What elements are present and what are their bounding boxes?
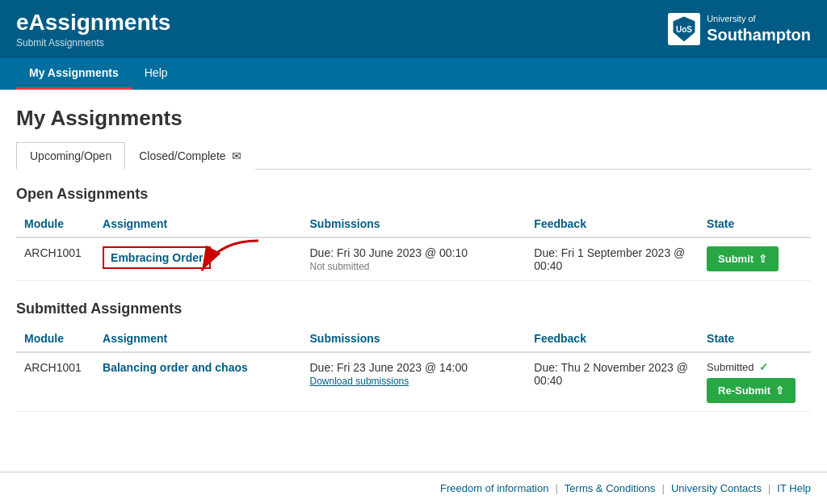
tab-closed-complete[interactable]: Closed/Complete ✉ (125, 142, 255, 170)
open-col-state: State (699, 211, 811, 237)
open-col-module: Module (16, 211, 94, 237)
open-row-submissions: Due: Fri 30 June 2023 @ 00:10 Not submit… (302, 237, 527, 281)
submitted-assignments-table: Module Assignment Submissions Feedback S… (16, 326, 811, 412)
university-logo: UoS University of Southampton (668, 13, 811, 45)
university-shield-icon: UoS (668, 13, 700, 45)
submitted-label: Submitted (707, 361, 754, 373)
sub-col-feedback: Feedback (526, 326, 699, 352)
upload-icon: ⇧ (758, 253, 767, 265)
submitted-assignments-title: Submitted Assignments (16, 300, 811, 317)
open-col-feedback: Feedback (526, 211, 699, 237)
open-assignments-table-wrapper: Module Assignment Submissions Feedback S… (16, 211, 811, 281)
sub-col-module: Module (16, 326, 94, 352)
submitted-assignments-section: Submitted Assignments Module Assignment … (16, 300, 811, 412)
open-row-assignment: Embracing Order (94, 237, 301, 281)
tabs-bar: Upcoming/Open Closed/Complete ✉ (16, 142, 811, 170)
upload-icon: ⇧ (775, 384, 784, 397)
app-header: eAssignments Submit Assignments UoS Univ… (0, 0, 827, 58)
submitted-status-row: Submitted ✓ (707, 361, 803, 373)
footer-freedom-information[interactable]: Freedom of information (440, 482, 548, 494)
main-content: My Assignments Upcoming/Open Closed/Comp… (0, 90, 827, 472)
open-row-feedback: Due: Fri 1 September 2023 @ 00:40 (526, 237, 699, 281)
sub-col-state: State (699, 326, 811, 352)
open-table-header-row: Module Assignment Submissions Feedback S… (16, 211, 811, 237)
nav-my-assignments[interactable]: My Assignments (16, 58, 132, 90)
assignment-link[interactable]: Embracing Order (111, 251, 203, 264)
sub-col-submissions: Submissions (302, 326, 527, 352)
sub-row-feedback: Due: Thu 2 November 2023 @ 00:40 (526, 352, 699, 412)
main-nav: My Assignments Help (0, 58, 827, 90)
university-name-block: University of Southampton (707, 13, 811, 45)
sub-submission-due-date: Due: Fri 23 June 2023 @ 14:00 (310, 361, 518, 374)
email-icon: ✉ (232, 149, 241, 162)
submitted-assignment-link[interactable]: Balancing order and chaos (103, 361, 248, 374)
page-footer: Freedom of information | Terms & Conditi… (0, 472, 827, 504)
sub-row-module: ARCH1001 (16, 352, 94, 412)
footer-terms-conditions[interactable]: Terms & Conditions (565, 482, 656, 494)
tab-upcoming-open[interactable]: Upcoming/Open (16, 142, 125, 170)
open-assignments-section: Open Assignments Module Assignment Submi… (16, 186, 811, 281)
university-name-label: Southampton (707, 26, 811, 44)
table-row: ARCH1001 Balancing order and chaos Due: … (16, 352, 811, 412)
app-title: eAssignments (16, 10, 170, 36)
sub-row-submissions: Due: Fri 23 June 2023 @ 14:00 Download s… (302, 352, 527, 412)
open-assignments-table: Module Assignment Submissions Feedback S… (16, 211, 811, 281)
submit-button[interactable]: Submit ⇧ (707, 246, 779, 271)
submitted-table-header-row: Module Assignment Submissions Feedback S… (16, 326, 811, 352)
open-col-submissions: Submissions (302, 211, 527, 237)
download-submissions-link[interactable]: Download submissions (310, 376, 518, 387)
open-assignments-title: Open Assignments (16, 186, 811, 203)
svg-text:UoS: UoS (676, 25, 692, 34)
sub-col-assignment: Assignment (94, 326, 301, 352)
resubmit-button[interactable]: Re-Submit ⇧ (707, 378, 796, 403)
check-icon: ✓ (759, 361, 768, 373)
sub-row-assignment: Balancing order and chaos (94, 352, 301, 412)
submission-status: Not submitted (310, 261, 518, 272)
sub-row-state: Submitted ✓ Re-Submit ⇧ (699, 352, 811, 412)
footer-university-contacts[interactable]: University Contacts (671, 482, 762, 494)
nav-help[interactable]: Help (132, 58, 181, 90)
header-left: eAssignments Submit Assignments (16, 10, 170, 48)
open-col-assignment: Assignment (94, 211, 301, 237)
page-title: My Assignments (16, 106, 811, 131)
open-row-module: ARCH1001 (16, 237, 94, 281)
submission-due-date: Due: Fri 30 June 2023 @ 00:10 (310, 246, 518, 259)
university-of-label: University of (707, 13, 811, 24)
table-row: ARCH1001 Embracing Order Due: Fri 30 Jun… (16, 237, 811, 281)
footer-it-help[interactable]: IT Help (777, 482, 811, 494)
open-row-state: Submit ⇧ (699, 237, 811, 281)
assignment-link-highlighted[interactable]: Embracing Order (103, 246, 211, 269)
app-subtitle: Submit Assignments (16, 37, 170, 48)
